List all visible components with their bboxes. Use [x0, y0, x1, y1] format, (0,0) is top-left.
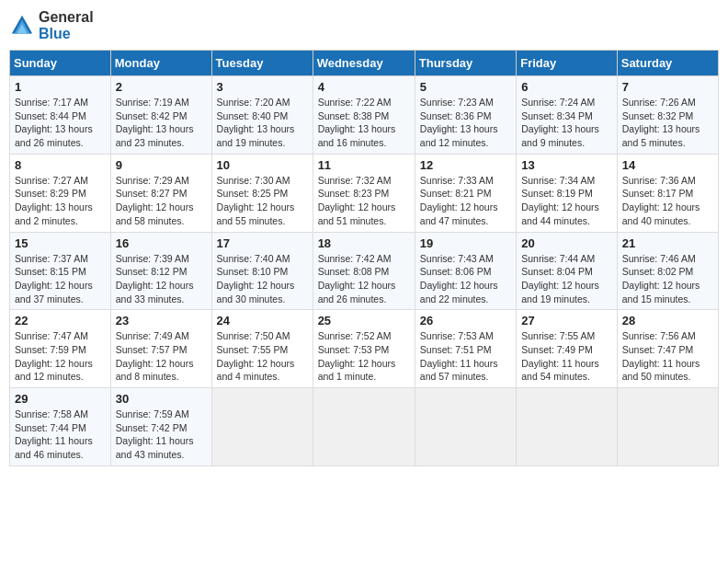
table-row: 20Sunrise: 7:44 AMSunset: 8:04 PMDayligh… — [517, 232, 618, 310]
day-number: 22 — [15, 314, 106, 327]
day-info: Sunrise: 7:29 AMSunset: 8:27 PMDaylight:… — [116, 174, 207, 228]
day-info: Sunrise: 7:44 AMSunset: 8:04 PMDaylight:… — [521, 252, 612, 306]
table-row — [211, 388, 313, 466]
calendar-week-row: 15Sunrise: 7:37 AMSunset: 8:15 PMDayligh… — [10, 232, 719, 310]
day-number: 8 — [15, 158, 106, 172]
day-info: Sunrise: 7:56 AMSunset: 7:47 PMDaylight:… — [622, 329, 713, 384]
table-row: 26Sunrise: 7:53 AMSunset: 7:51 PMDayligh… — [415, 310, 516, 388]
day-number: 27 — [521, 314, 612, 327]
day-number: 12 — [420, 158, 511, 172]
header: General Blue — [9, 9, 719, 42]
day-number: 24 — [217, 314, 308, 327]
table-row: 15Sunrise: 7:37 AMSunset: 8:15 PMDayligh… — [10, 232, 111, 310]
day-number: 6 — [521, 80, 612, 94]
day-number: 16 — [116, 236, 207, 250]
day-number: 15 — [15, 236, 106, 250]
table-row: 28Sunrise: 7:56 AMSunset: 7:47 PMDayligh… — [617, 310, 718, 388]
day-info: Sunrise: 7:30 AMSunset: 8:25 PMDaylight:… — [217, 174, 308, 228]
day-number: 17 — [217, 236, 308, 250]
table-row: 9Sunrise: 7:29 AMSunset: 8:27 PMDaylight… — [110, 154, 211, 232]
table-row: 22Sunrise: 7:47 AMSunset: 7:59 PMDayligh… — [10, 310, 111, 388]
day-number: 10 — [217, 158, 308, 172]
table-row: 24Sunrise: 7:50 AMSunset: 7:55 PMDayligh… — [211, 310, 313, 388]
day-number: 18 — [318, 236, 410, 250]
day-number: 2 — [116, 80, 207, 94]
calendar-week-row: 22Sunrise: 7:47 AMSunset: 7:59 PMDayligh… — [10, 310, 719, 388]
day-number: 14 — [622, 158, 713, 172]
day-info: Sunrise: 7:24 AMSunset: 8:34 PMDaylight:… — [521, 96, 612, 150]
day-info: Sunrise: 7:26 AMSunset: 8:32 PMDaylight:… — [622, 96, 713, 150]
day-number: 11 — [318, 158, 410, 172]
table-row: 30Sunrise: 7:59 AMSunset: 7:42 PMDayligh… — [110, 388, 211, 466]
table-row: 2Sunrise: 7:19 AMSunset: 8:42 PMDaylight… — [110, 76, 211, 155]
col-saturday: Saturday — [617, 51, 718, 76]
table-row: 11Sunrise: 7:32 AMSunset: 8:23 PMDayligh… — [313, 154, 415, 232]
table-row: 14Sunrise: 7:36 AMSunset: 8:17 PMDayligh… — [617, 154, 718, 232]
table-row: 17Sunrise: 7:40 AMSunset: 8:10 PMDayligh… — [211, 232, 313, 310]
day-info: Sunrise: 7:36 AMSunset: 8:17 PMDaylight:… — [622, 174, 713, 228]
day-info: Sunrise: 7:55 AMSunset: 7:49 PMDaylight:… — [521, 329, 612, 384]
day-number: 9 — [116, 158, 207, 172]
day-info: Sunrise: 7:46 AMSunset: 8:02 PMDaylight:… — [622, 252, 713, 306]
table-row: 5Sunrise: 7:23 AMSunset: 8:36 PMDaylight… — [415, 76, 516, 155]
col-sunday: Sunday — [10, 51, 111, 76]
table-row — [617, 388, 718, 466]
day-info: Sunrise: 7:22 AMSunset: 8:38 PMDaylight:… — [318, 96, 410, 150]
day-number: 20 — [521, 236, 612, 250]
table-row: 7Sunrise: 7:26 AMSunset: 8:32 PMDaylight… — [617, 76, 718, 155]
table-row: 12Sunrise: 7:33 AMSunset: 8:21 PMDayligh… — [415, 154, 516, 232]
day-number: 21 — [622, 236, 713, 250]
day-info: Sunrise: 7:34 AMSunset: 8:19 PMDaylight:… — [521, 174, 612, 228]
day-number: 30 — [116, 392, 207, 406]
table-row: 18Sunrise: 7:42 AMSunset: 8:08 PMDayligh… — [313, 232, 415, 310]
logo-text-general: General — [39, 9, 94, 26]
calendar-week-row: 1Sunrise: 7:17 AMSunset: 8:44 PMDaylight… — [10, 76, 719, 155]
table-row — [415, 388, 516, 466]
day-info: Sunrise: 7:52 AMSunset: 7:53 PMDaylight:… — [318, 329, 410, 384]
table-row: 29Sunrise: 7:58 AMSunset: 7:44 PMDayligh… — [10, 388, 111, 466]
table-row: 27Sunrise: 7:55 AMSunset: 7:49 PMDayligh… — [517, 310, 618, 388]
col-monday: Monday — [110, 51, 211, 76]
calendar-week-row: 29Sunrise: 7:58 AMSunset: 7:44 PMDayligh… — [10, 388, 719, 466]
logo-text-blue: Blue — [39, 26, 94, 42]
day-info: Sunrise: 7:43 AMSunset: 8:06 PMDaylight:… — [420, 252, 511, 306]
day-number: 29 — [15, 392, 106, 406]
table-row: 10Sunrise: 7:30 AMSunset: 8:25 PMDayligh… — [211, 154, 313, 232]
table-row: 21Sunrise: 7:46 AMSunset: 8:02 PMDayligh… — [617, 232, 718, 310]
calendar-header-row: Sunday Monday Tuesday Wednesday Thursday… — [10, 51, 719, 76]
day-number: 19 — [420, 236, 511, 250]
table-row: 16Sunrise: 7:39 AMSunset: 8:12 PMDayligh… — [110, 232, 211, 310]
day-info: Sunrise: 7:47 AMSunset: 7:59 PMDaylight:… — [15, 329, 106, 384]
day-number: 25 — [318, 314, 410, 327]
col-wednesday: Wednesday — [313, 51, 415, 76]
calendar-table: Sunday Monday Tuesday Wednesday Thursday… — [9, 50, 719, 466]
day-number: 5 — [420, 80, 511, 94]
table-row: 13Sunrise: 7:34 AMSunset: 8:19 PMDayligh… — [517, 154, 618, 232]
table-row: 25Sunrise: 7:52 AMSunset: 7:53 PMDayligh… — [313, 310, 415, 388]
day-info: Sunrise: 7:40 AMSunset: 8:10 PMDaylight:… — [217, 252, 308, 306]
day-info: Sunrise: 7:42 AMSunset: 8:08 PMDaylight:… — [318, 252, 410, 306]
day-info: Sunrise: 7:17 AMSunset: 8:44 PMDaylight:… — [15, 96, 106, 150]
day-info: Sunrise: 7:39 AMSunset: 8:12 PMDaylight:… — [116, 252, 207, 306]
logo-icon — [9, 13, 35, 39]
day-info: Sunrise: 7:37 AMSunset: 8:15 PMDaylight:… — [15, 252, 106, 306]
logo: General Blue — [9, 9, 94, 42]
table-row: 3Sunrise: 7:20 AMSunset: 8:40 PMDaylight… — [211, 76, 313, 155]
day-number: 26 — [420, 314, 511, 327]
table-row — [517, 388, 618, 466]
table-row: 19Sunrise: 7:43 AMSunset: 8:06 PMDayligh… — [415, 232, 516, 310]
day-info: Sunrise: 7:53 AMSunset: 7:51 PMDaylight:… — [420, 329, 511, 384]
day-info: Sunrise: 7:50 AMSunset: 7:55 PMDaylight:… — [217, 329, 308, 384]
table-row — [313, 388, 415, 466]
calendar-week-row: 8Sunrise: 7:27 AMSunset: 8:29 PMDaylight… — [10, 154, 719, 232]
day-info: Sunrise: 7:20 AMSunset: 8:40 PMDaylight:… — [217, 96, 308, 150]
day-info: Sunrise: 7:23 AMSunset: 8:36 PMDaylight:… — [420, 96, 511, 150]
table-row: 4Sunrise: 7:22 AMSunset: 8:38 PMDaylight… — [313, 76, 415, 155]
col-tuesday: Tuesday — [211, 51, 313, 76]
table-row: 6Sunrise: 7:24 AMSunset: 8:34 PMDaylight… — [517, 76, 618, 155]
day-info: Sunrise: 7:32 AMSunset: 8:23 PMDaylight:… — [318, 174, 410, 228]
day-info: Sunrise: 7:27 AMSunset: 8:29 PMDaylight:… — [15, 174, 106, 228]
day-info: Sunrise: 7:59 AMSunset: 7:42 PMDaylight:… — [116, 408, 207, 462]
day-number: 13 — [521, 158, 612, 172]
day-info: Sunrise: 7:33 AMSunset: 8:21 PMDaylight:… — [420, 174, 511, 228]
